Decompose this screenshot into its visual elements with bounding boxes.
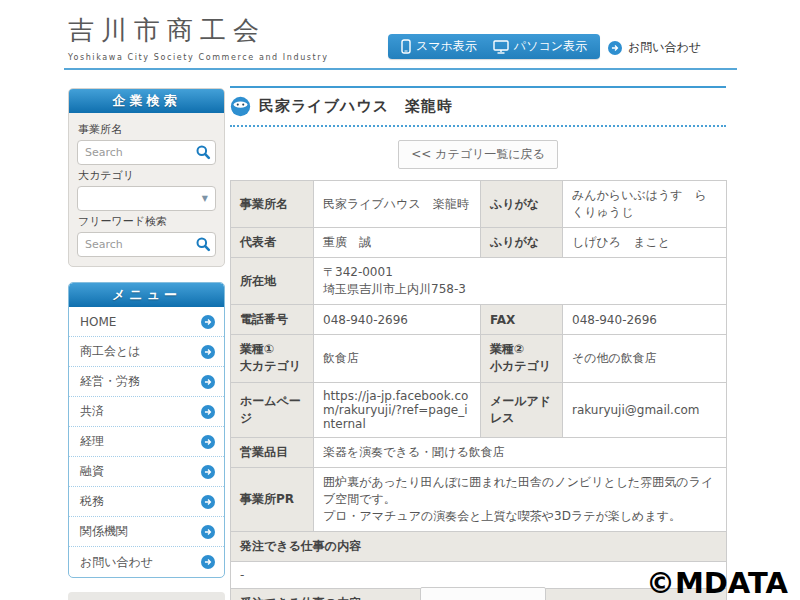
table-row: ホームページ https://ja-jp.facebook.com/rakury… (231, 382, 727, 437)
menu-item-home[interactable]: HOME (69, 307, 224, 337)
header-divider (64, 68, 737, 70)
category-label: 大カテゴリ (78, 168, 216, 183)
table-row: 代表者 重廣 誠 ふりがな しげひろ まこと (231, 228, 727, 258)
menu-item-label: 税務 (80, 493, 104, 510)
industry2-value: その他の飲食店 (563, 335, 727, 383)
page-title: 民家ライブハウス 楽龍時 (259, 97, 453, 116)
pr-header: 事業所PR (231, 467, 314, 531)
site-logo[interactable]: 吉川市商工会 Yoshikawa City Society Commerce a… (68, 13, 329, 62)
search-icon[interactable] (195, 144, 211, 160)
pc-view-label: パソコン表示 (514, 38, 587, 55)
menu-item-contact[interactable]: お問い合わせ (69, 547, 224, 577)
chevron-down-icon: ▼ (202, 194, 208, 203)
menu-item-loans[interactable]: 融資 (69, 457, 224, 487)
industry2-header-line2: 小カテゴリ (490, 358, 553, 375)
business-detail-table: 事業所名 民家ライブハウス 楽龍時 ふりがな みんからいぶはうす らくりゅうじ … (230, 180, 727, 600)
view-toggle-group: スマホ表示 パソコン表示 (388, 34, 600, 59)
contact-link[interactable]: お問い合わせ (608, 39, 701, 56)
search-icon[interactable] (195, 236, 211, 252)
business-name-label: 事業所名 (78, 122, 216, 137)
arrow-circle-icon (201, 495, 215, 509)
representative-header: 代表者 (231, 228, 314, 258)
industry1-header-line1: 業種① (240, 341, 304, 358)
arrow-circle-icon (201, 375, 215, 389)
arrow-circle-icon (201, 465, 215, 479)
phone-header: 電話番号 (231, 305, 314, 335)
fax-value: 048-940-2696 (563, 305, 727, 335)
menu-item-related-organizations[interactable]: 関係機関 (69, 517, 224, 547)
smartphone-view-label: スマホ表示 (416, 38, 477, 55)
mascot-icon (230, 96, 251, 117)
arrow-circle-icon (201, 315, 215, 329)
table-row: 発注できる仕事の内容 (231, 531, 727, 561)
homepage-header: ホームページ (231, 382, 314, 437)
industry2-header: 業種② 小カテゴリ (481, 335, 563, 383)
arrow-circle-icon (201, 435, 215, 449)
street-address: 埼玉県吉川市上内川758-3 (323, 281, 717, 298)
menu-title: メニュー (69, 283, 224, 307)
arrow-circle-icon (201, 345, 215, 359)
order-section-header: 発注できる仕事の内容 (231, 531, 727, 561)
arrow-circle-icon (201, 525, 215, 539)
industry1-header-line2: 大カテゴリ (240, 358, 304, 375)
company-search-box: 企業検索 事業所名 大カテゴリ ▼ フリーワード検索 (68, 88, 225, 267)
industry1-value: 飲食店 (314, 335, 481, 383)
sidebar: 企業検索 事業所名 大カテゴリ ▼ フリーワード検索 (68, 88, 225, 600)
pc-view-button[interactable]: パソコン表示 (493, 38, 587, 55)
menu-item-label: 融資 (80, 463, 104, 480)
category-select[interactable]: ▼ (77, 186, 216, 211)
industry2-header-line1: 業種② (490, 341, 553, 358)
contact-link-label: お問い合わせ (628, 39, 701, 56)
menu-item-management-labor[interactable]: 経営・労務 (69, 367, 224, 397)
industry1-header: 業種① 大カテゴリ (231, 335, 314, 383)
menu-item-label: お問い合わせ (80, 554, 153, 571)
smartphone-icon (401, 39, 411, 54)
page-title-row: 民家ライブハウス 楽龍時 (230, 88, 726, 125)
arrow-circle-icon (201, 555, 215, 569)
table-row: 事業所名 民家ライブハウス 楽龍時 ふりがな みんからいぶはうす らくりゅうじ (231, 181, 727, 228)
menu-item-accounting[interactable]: 経理 (69, 427, 224, 457)
menu-item-label: 関係機関 (80, 523, 128, 540)
representative-kana-value: しげひろ まこと (563, 228, 727, 258)
main-content: 民家ライブハウス 楽龍時 << カテゴリ一覧に戻る 事業所名 民家ライブハウス … (230, 86, 726, 600)
menu-item-label: HOME (80, 315, 116, 329)
products-header: 営業品目 (231, 437, 314, 467)
business-name-header: 事業所名 (231, 181, 314, 228)
furigana-header: ふりがな (481, 181, 563, 228)
title-dotted-divider (230, 125, 726, 127)
menu-item-label: 経営・労務 (80, 373, 140, 390)
representative-value: 重廣 誠 (314, 228, 481, 258)
furigana-header: ふりがな (481, 228, 563, 258)
page: 吉川市商工会 Yoshikawa City Society Commerce a… (0, 0, 800, 600)
address-header: 所在地 (231, 258, 314, 305)
pr-line2: プロ・アマチュアの演奏会と上質な喫茶や3Dラテが楽しめます。 (323, 508, 717, 525)
freeword-label: フリーワード検索 (78, 214, 216, 229)
arrow-circle-icon (201, 405, 215, 419)
address-value: 〒342-0001 埼玉県吉川市上内川758-3 (314, 258, 727, 305)
watermark: ©MDATA (646, 566, 788, 600)
table-row: 営業品目 楽器を演奏できる・聞ける飲食店 (231, 437, 727, 467)
email-header: メールアドレス (481, 382, 563, 437)
about-society-heading[interactable]: 吉川市商工会について (68, 592, 225, 600)
table-row: 電話番号 048-940-2696 FAX 048-940-2696 (231, 305, 727, 335)
menu-item-tax[interactable]: 税務 (69, 487, 224, 517)
table-row: 業種① 大カテゴリ 飲食店 業種② 小カテゴリ その他の飲食店 (231, 335, 727, 383)
email-value: rakuryuji@gmail.com (563, 382, 727, 437)
arrow-circle-icon (608, 41, 622, 55)
company-search-title: 企業検索 (69, 89, 224, 113)
menu-item-label: 経理 (80, 433, 104, 450)
homepage-url-link[interactable]: https://ja-jp.facebook.com/rakuryuji/?re… (314, 382, 481, 437)
business-name-kana-value: みんからいぶはうす らくりゅうじ (563, 181, 727, 228)
products-value: 楽器を演奏できる・聞ける飲食店 (314, 437, 727, 467)
phone-value: 048-940-2696 (314, 305, 481, 335)
table-row: 所在地 〒342-0001 埼玉県吉川市上内川758-3 (231, 258, 727, 305)
pr-value: 囲炉裏があったり田んぼに囲まれた田舎のノンビリとした雰囲気のライブ空間です。 プ… (314, 467, 727, 531)
menu-item-label: 共済 (80, 403, 104, 420)
menu-item-about[interactable]: 商工会とは (69, 337, 224, 367)
back-to-category-button[interactable]: << カテゴリ一覧に戻る (398, 140, 558, 169)
smartphone-view-button[interactable]: スマホ表示 (401, 38, 477, 55)
business-name-value: 民家ライブハウス 楽龍時 (314, 181, 481, 228)
postal-code: 〒342-0001 (323, 264, 717, 281)
back-to-category-button-bottom[interactable] (420, 587, 546, 600)
menu-item-mutual-aid[interactable]: 共済 (69, 397, 224, 427)
